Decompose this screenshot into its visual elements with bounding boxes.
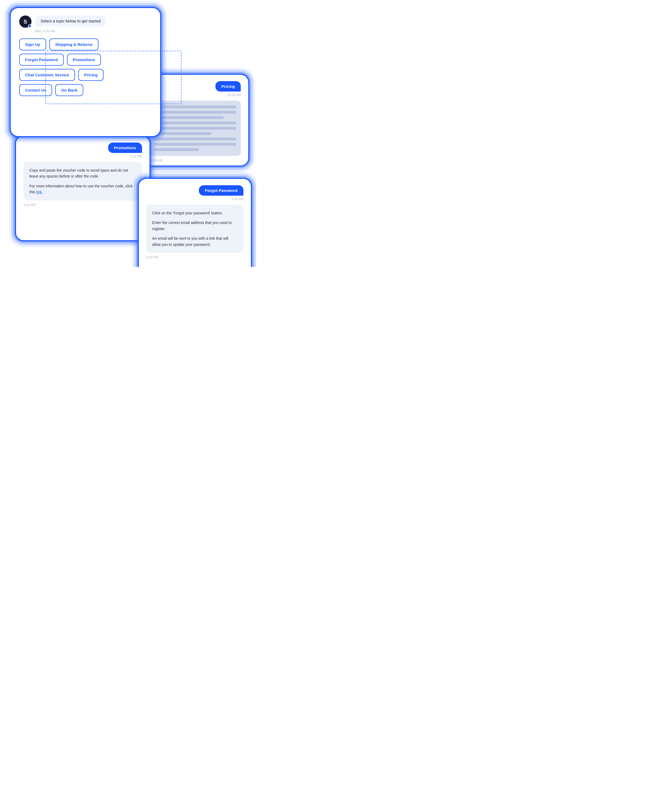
ph-line-3 [153, 116, 224, 119]
voucher-link[interactable]: link. [36, 190, 43, 194]
btn-row-4: Contact Us Go Back [19, 84, 152, 96]
promotions-user-time: 6:14 PM [23, 154, 142, 158]
btn-sign-up[interactable]: Sign Up [19, 38, 46, 50]
forgot-bot-time: 5:30 PM [146, 255, 243, 259]
btn-forgot-password[interactable]: Forgot Password [19, 53, 64, 66]
ph-line-4 [153, 121, 237, 124]
avatar-badge [28, 24, 32, 28]
btn-row-1: Sign Up Shipping & Returns [19, 38, 152, 50]
forgot-response-line2: Enter the correct email address that you… [152, 220, 238, 232]
promotions-bot-time: 6:14 PM [23, 203, 142, 207]
forgot-response-bubble: Click on the 'Forgot your password' butt… [146, 205, 243, 253]
btn-shipping[interactable]: Shipping & Returns [49, 38, 99, 50]
forgot-response-line3: An email will be sent to you with a link… [152, 235, 238, 247]
bot-header: S Select a topic below to get started [19, 15, 152, 28]
promotions-response-bubble: Copy and paste the voucher code to avoid… [23, 162, 142, 200]
ph-line-8 [153, 143, 237, 146]
pricing-response-placeholder [149, 101, 241, 156]
pricing-user-time: 10:00 AM [149, 93, 241, 97]
btn-row-3: Chat Customer Service Pricing [19, 69, 152, 81]
btn-go-back[interactable]: Go Back [55, 84, 83, 96]
btn-promotions[interactable]: Promotions [67, 53, 101, 66]
pricing-bot-time: 10:00 AM [149, 159, 241, 162]
promotions-response-line1: Copy and paste the voucher code to avoid… [29, 167, 136, 179]
forgot-response-line1: Click on the 'Forgot your password' butt… [152, 210, 238, 216]
promotions-card: Promotions 6:14 PM Copy and paste the vo… [16, 136, 150, 240]
btn-pricing[interactable]: Pricing [78, 69, 104, 81]
promotions-response-line2: For more information about how to use th… [29, 183, 136, 195]
topics-card: S Select a topic below to get started Mo… [11, 8, 160, 136]
forgot-password-card: Forgot Password 5:30 PM Click on the 'Fo… [139, 179, 251, 267]
btn-contact-us[interactable]: Contact Us [19, 84, 52, 96]
bot-message-bubble: Select a topic below to get started [35, 15, 106, 26]
ph-line-5 [153, 127, 237, 130]
pricing-user-bubble: Pricing [215, 81, 241, 92]
forgot-user-bubble: Forgot Password [199, 185, 243, 196]
avatar: S [19, 15, 32, 28]
forgot-user-time: 5:30 PM [146, 197, 243, 201]
ph-line-6 [153, 132, 211, 135]
ph-line-9 [153, 148, 199, 151]
topic-buttons-grid: Sign Up Shipping & Returns Forgot Passwo… [19, 38, 152, 96]
btn-chat-customer-service[interactable]: Chat Customer Service [19, 69, 75, 81]
timestamp: Mon, 9:30 AM [35, 29, 152, 33]
main-scene: S Select a topic below to get started Mo… [0, 0, 256, 267]
ph-line-2 [153, 111, 237, 114]
btn-row-2: Forgot Password Promotions [19, 53, 152, 66]
ph-line-1 [153, 105, 237, 108]
promotions-user-bubble: Promotions [108, 142, 142, 153]
ph-line-7 [153, 137, 237, 140]
